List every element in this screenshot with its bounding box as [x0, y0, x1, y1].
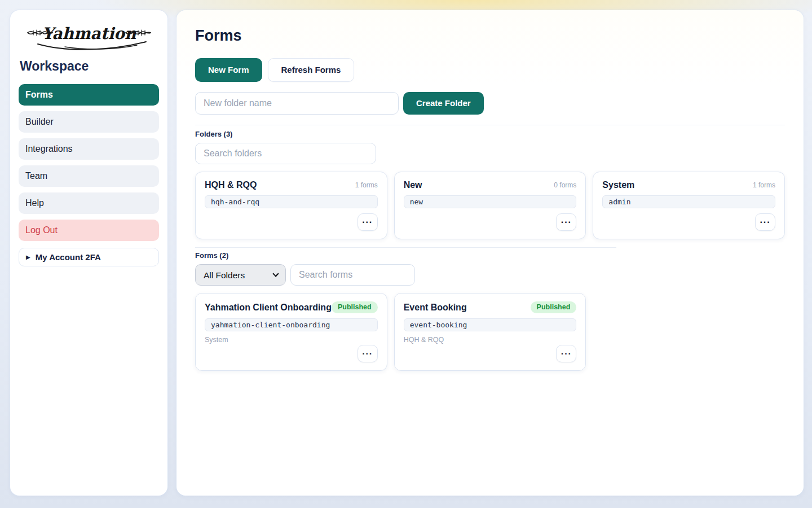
folders-section-label: Folders (3) [195, 130, 785, 138]
sidebar-item-help[interactable]: Help [19, 192, 159, 214]
page-title: Forms [195, 27, 785, 45]
folder-name: HQH & RQQ [205, 180, 257, 190]
sidebar-item-forms[interactable]: Forms [19, 84, 159, 106]
workspace-title: Workspace [20, 59, 158, 74]
folder-filter-wrap: All Folders [195, 264, 286, 286]
folder-card: System 1 forms admin ··· [593, 172, 785, 239]
refresh-forms-button[interactable]: Refresh Forms [268, 58, 355, 82]
folder-menu-button[interactable]: ··· [556, 213, 576, 231]
create-folder-row: Create Folder [195, 92, 785, 115]
search-folders-input[interactable] [195, 143, 376, 164]
sidebar-nav: Forms Builder Integrations Team Help Log… [19, 84, 159, 241]
main-panel: Forms New Form Refresh Forms Create Fold… [176, 10, 804, 496]
form-folder-label: HQH & RQQ [404, 336, 577, 344]
form-menu-button[interactable]: ··· [556, 345, 576, 362]
yahmation-logo-graphic: Yahmation [25, 20, 153, 53]
form-card: Yahmation Client Onboarding Published ya… [195, 293, 387, 371]
folder-forms-count: 1 forms [355, 181, 378, 189]
ellipsis-icon: ··· [760, 218, 770, 227]
ellipsis-icon: ··· [362, 349, 373, 358]
status-badge: Published [332, 301, 378, 313]
folder-forms-count: 0 forms [554, 181, 576, 189]
folder-forms-count: 1 forms [753, 181, 775, 189]
new-folder-name-input[interactable] [195, 92, 399, 115]
folder-name: System [602, 180, 634, 190]
divider [195, 125, 785, 125]
form-card: Event Booking Published event-booking HQ… [394, 293, 586, 371]
sidebar: Yahmation Workspace Forms Builder Integr… [10, 10, 167, 496]
new-form-button[interactable]: New Form [195, 58, 262, 82]
folder-menu-button[interactable]: ··· [755, 213, 775, 231]
yahmation-logo: Yahmation [19, 18, 159, 54]
expand-triangle-icon: ▶ [26, 255, 30, 260]
sidebar-item-logout[interactable]: Log Out [19, 220, 159, 241]
folder-card: HQH & RQQ 1 forms hqh-and-rqq ··· [195, 172, 387, 239]
my-account-2fa-label: My Account 2FA [36, 252, 101, 262]
status-badge: Published [531, 301, 577, 313]
form-folder-label: System [205, 336, 378, 344]
form-menu-button[interactable]: ··· [358, 345, 378, 362]
folder-filter-select[interactable]: All Folders [195, 264, 286, 286]
forms-grid: Yahmation Client Onboarding Published ya… [195, 293, 785, 371]
my-account-2fa-toggle[interactable]: ▶ My Account 2FA [19, 248, 159, 266]
ellipsis-icon: ··· [561, 349, 572, 358]
folders-grid: HQH & RQQ 1 forms hqh-and-rqq ··· New 0 … [195, 172, 785, 239]
form-slug: yahmation-client-onboarding [205, 318, 378, 331]
search-forms-input[interactable] [290, 264, 415, 286]
folder-slug: admin [602, 195, 775, 208]
folder-slug: hqh-and-rqq [205, 195, 378, 208]
logo-text: Yahmation [42, 24, 136, 43]
forms-filter-row: All Folders [195, 264, 785, 286]
sidebar-item-team[interactable]: Team [19, 165, 159, 187]
divider [195, 247, 616, 248]
sidebar-item-integrations[interactable]: Integrations [19, 138, 159, 160]
folder-card: New 0 forms new ··· [394, 172, 586, 239]
ellipsis-icon: ··· [561, 218, 572, 227]
form-slug: event-booking [404, 318, 577, 331]
folder-name: New [404, 180, 422, 190]
folder-slug: new [404, 195, 577, 208]
create-folder-button[interactable]: Create Folder [403, 92, 484, 115]
form-name: Yahmation Client Onboarding [205, 303, 332, 313]
toolbar: New Form Refresh Forms [195, 58, 785, 82]
sidebar-item-builder[interactable]: Builder [19, 111, 159, 133]
folder-menu-button[interactable]: ··· [358, 213, 378, 231]
ellipsis-icon: ··· [362, 218, 373, 227]
forms-section-label: Forms (2) [195, 251, 785, 260]
form-name: Event Booking [404, 303, 467, 313]
empty-grid-cell [593, 293, 785, 371]
